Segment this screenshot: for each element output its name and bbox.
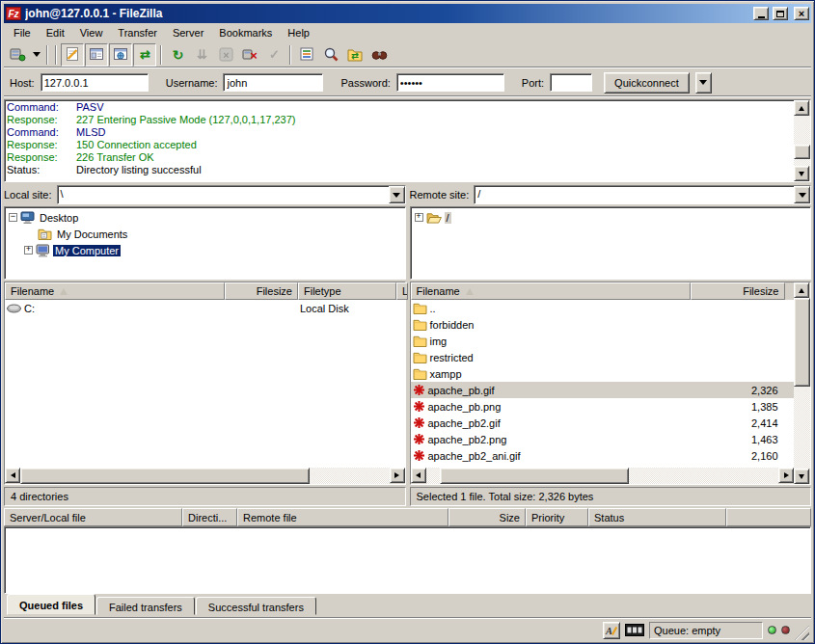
username-input[interactable] (223, 73, 323, 92)
scroll-right-button[interactable] (390, 468, 405, 483)
log-row-text: 226 Transfer OK (76, 151, 154, 164)
queue-column-header-status[interactable]: Status (588, 508, 726, 526)
tree-expander[interactable]: − (9, 213, 17, 222)
toggle-local-tree-button[interactable] (85, 43, 108, 67)
scroll-track[interactable] (426, 468, 779, 484)
menu-item-help[interactable]: Help (280, 25, 317, 40)
filename-filters-button[interactable] (295, 43, 318, 67)
menu-item-view[interactable]: View (72, 25, 111, 40)
tab-successful-transfers[interactable]: Successful transfers (196, 597, 316, 615)
local-horizontal-scrollbar[interactable] (5, 468, 405, 484)
table-row[interactable]: .. (411, 300, 795, 316)
toggle-remote-tree-button[interactable] (109, 43, 132, 67)
scroll-left-button[interactable] (5, 468, 20, 483)
scroll-right-button[interactable] (778, 468, 794, 483)
column-header-label: Filename (11, 285, 54, 297)
column-header-filesize[interactable]: Filesize (225, 282, 298, 300)
menu-item-file[interactable]: File (6, 25, 39, 40)
tree-expander[interactable]: + (24, 246, 33, 255)
scroll-thumb[interactable] (440, 468, 629, 484)
column-header-filename[interactable]: Filename (411, 282, 691, 300)
menu-item-edit[interactable]: Edit (39, 25, 72, 40)
transfer-type-ascii-icon[interactable]: A (603, 622, 620, 639)
svg-text:A: A (605, 625, 612, 635)
site-manager-button[interactable] (6, 43, 29, 67)
titlebar[interactable]: Fz john@127.0.0.1 - FileZilla × (4, 4, 811, 23)
remote-site-dropdown-button[interactable] (794, 186, 810, 203)
remote-site-combo[interactable]: / (474, 185, 811, 204)
close-button[interactable]: × (794, 7, 809, 20)
scroll-thumb[interactable] (20, 468, 310, 484)
tree-expander[interactable]: + (415, 213, 423, 222)
queue-column-header-directi-[interactable]: Directi... (182, 508, 237, 526)
host-input[interactable] (41, 73, 149, 92)
tree-item[interactable]: +My Computer (7, 242, 403, 258)
log-row-label: Response: (7, 139, 76, 151)
quickconnect-dropdown-button[interactable] (695, 72, 712, 94)
scroll-down-button[interactable] (794, 166, 809, 181)
scroll-left-button[interactable] (411, 468, 426, 483)
column-header-filename[interactable]: Filename (5, 282, 225, 300)
table-row[interactable]: img (411, 333, 795, 349)
table-row[interactable]: restricted (411, 349, 795, 365)
toggle-message-log-button[interactable] (61, 43, 84, 67)
table-row[interactable]: forbidden (411, 316, 795, 333)
table-row[interactable]: apache_pb.png1,385 (411, 398, 795, 415)
log-row: Response:226 Transfer OK (7, 151, 792, 164)
tab-queued-files[interactable]: Queued files (7, 594, 95, 615)
port-input[interactable] (550, 73, 592, 92)
scroll-down-button[interactable] (794, 469, 809, 484)
refresh-button[interactable]: ↻ (166, 43, 189, 67)
tree-item[interactable]: −Desktop (7, 209, 403, 226)
directory-comparison-button[interactable] (319, 43, 342, 67)
table-row[interactable]: apache_pb2_ani.gif2,160 (411, 447, 795, 464)
column-header-filesize[interactable]: Filesize (691, 282, 785, 300)
column-header-filetype[interactable]: Filetype (298, 282, 396, 300)
table-row[interactable]: xampp (411, 365, 795, 382)
table-row[interactable]: apache_pb2.gif2,414 (411, 415, 795, 431)
scroll-up-button[interactable] (794, 100, 809, 116)
scroll-thumb[interactable] (794, 298, 810, 387)
file-name: .. (430, 303, 436, 314)
scroll-up-button[interactable] (794, 282, 809, 298)
table-row[interactable]: C:Local Disk (5, 300, 405, 316)
local-site-combo[interactable]: \ (57, 185, 406, 204)
table-row[interactable]: apache_pb.gif2,326 (411, 382, 795, 398)
queue-column-header-size[interactable]: Size (448, 508, 526, 526)
synchronized-browsing-button[interactable]: ⇄ (343, 43, 367, 67)
remote-status-text: Selected 1 file. Total size: 2,326 bytes (417, 491, 594, 502)
maximize-button[interactable] (773, 7, 788, 20)
menu-item-transfer[interactable]: Transfer (110, 25, 165, 40)
column-header-l[interactable]: L (396, 282, 408, 300)
minimize-button[interactable] (753, 7, 769, 20)
toggle-queue-view-button[interactable]: ⇄ (133, 43, 156, 67)
resize-grip[interactable] (795, 626, 809, 640)
tree-item[interactable]: +/ (413, 209, 809, 226)
queue-column-header-priority[interactable]: Priority (526, 508, 588, 526)
menu-item-bookmarks[interactable]: Bookmarks (211, 25, 280, 40)
menu-item-server[interactable]: Server (165, 25, 211, 40)
queue-column-header-server-local-file[interactable]: Server/Local file (4, 508, 182, 526)
table-row[interactable]: apache_pb2.png1,463 (411, 431, 795, 447)
remote-vertical-scrollbar[interactable] (794, 282, 810, 484)
disconnect-button[interactable]: × (238, 43, 261, 67)
tree-item[interactable]: My Documents (7, 226, 403, 242)
queue-column-header-remote-file[interactable]: Remote file (237, 508, 448, 526)
scroll-thumb[interactable] (794, 145, 810, 159)
log-row-text: MLSD (76, 126, 106, 139)
scroll-track[interactable] (794, 298, 810, 469)
scroll-track[interactable] (794, 116, 810, 166)
site-manager-dropdown-button[interactable] (30, 43, 42, 67)
quickconnect-button[interactable]: Quickconnect (604, 72, 690, 94)
chevron-down-icon (699, 80, 707, 85)
speed-limit-indicator-icon[interactable] (625, 624, 644, 636)
tab-failed-transfers[interactable]: Failed transfers (96, 597, 195, 615)
local-pane: Local site: \ −DesktopMy Documents+My Co… (4, 184, 406, 506)
scroll-track[interactable] (20, 468, 390, 484)
log-vertical-scrollbar[interactable] (794, 100, 810, 181)
local-status-bar: 4 directories (4, 487, 406, 506)
find-files-button[interactable] (367, 43, 391, 67)
local-site-dropdown-button[interactable] (389, 186, 405, 203)
password-input[interactable] (396, 73, 504, 92)
remote-horizontal-scrollbar[interactable] (411, 468, 795, 484)
